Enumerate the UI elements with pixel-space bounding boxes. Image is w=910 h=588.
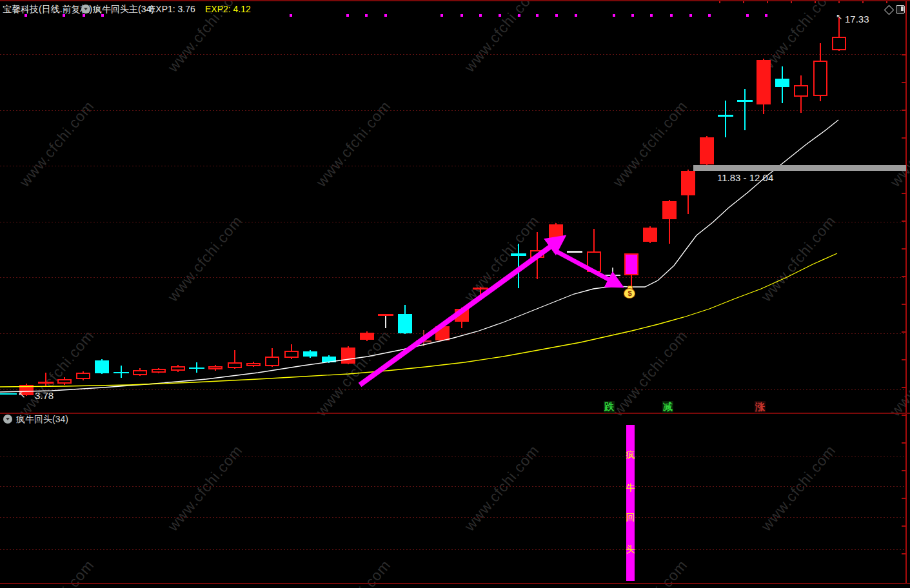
signal-dot [63, 14, 65, 17]
high-arrow-icon: ↖ [836, 12, 842, 21]
money-bag-icon: $ [623, 286, 637, 299]
pullback-arrow [555, 251, 618, 284]
signal-dot [518, 14, 520, 17]
low-marker-dash [0, 393, 17, 395]
signal-histogram-bar [626, 425, 635, 581]
signal-dot [575, 14, 577, 17]
signal-dot [708, 14, 711, 17]
annotation-arrows [0, 0, 910, 588]
signal-dot [365, 14, 368, 17]
tag-rise: 涨 [755, 401, 766, 413]
signal-dot [613, 14, 615, 17]
signal-dot [536, 14, 539, 17]
tag-fall: 跌 [604, 401, 615, 413]
signal-bar-char: 头 [625, 544, 636, 556]
signal-dot [479, 14, 482, 17]
dollar-symbol: $ [623, 289, 637, 297]
signal-dot [499, 14, 501, 17]
signal-bar-char: 牛 [625, 482, 636, 494]
signal-dot [290, 14, 292, 17]
signal-dot [765, 14, 767, 17]
up-trend-arrow [360, 240, 560, 385]
signal-bar-char: 疯 [625, 449, 636, 461]
subpanel-title[interactable]: 疯牛回头(34) [16, 414, 68, 426]
signal-dot [384, 14, 387, 17]
signal-dot [25, 14, 27, 17]
low-price-label: 3.78 [35, 390, 54, 401]
tag-reduce: 减 [662, 401, 673, 413]
signal-bar-char: 回 [625, 512, 636, 524]
signal-dot [650, 14, 653, 17]
stock-chart-app: www.cfchi.comwww.cfchi.comwww.cfchi.comw… [0, 0, 910, 588]
signal-dot [346, 14, 349, 17]
signal-dot [555, 14, 558, 17]
collapse-subpanel-icon[interactable] [3, 415, 12, 424]
signal-dot [101, 14, 104, 17]
signal-dot [746, 14, 749, 17]
range-label: 11.83 - 12.04 [717, 172, 773, 183]
signal-dot [440, 14, 443, 17]
range-highlight-bar [693, 165, 906, 171]
signal-dot [689, 14, 692, 17]
signal-dot [83, 14, 85, 17]
signal-dot [460, 14, 463, 17]
signal-dot [631, 14, 634, 17]
low-arrow-icon: ↖ [18, 389, 26, 400]
high-price-label: 17.33 [845, 14, 869, 24]
signal-dot [670, 14, 673, 17]
